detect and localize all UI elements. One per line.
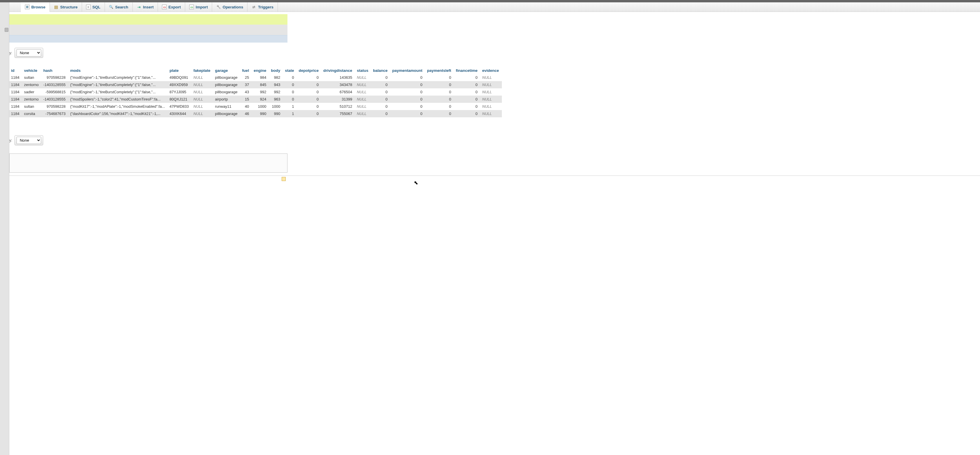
cell-depotprice[interactable]: 0 xyxy=(297,74,321,81)
cell-fakeplate[interactable]: NULL xyxy=(192,103,213,110)
cell-body[interactable]: 982 xyxy=(269,74,283,81)
left-scrollbar[interactable] xyxy=(0,2,9,181)
cell-engine[interactable]: 992 xyxy=(252,88,269,95)
col-plate[interactable]: plate xyxy=(168,67,191,74)
cell-balance[interactable]: 0 xyxy=(371,110,390,117)
cell-fakeplate[interactable]: NULL xyxy=(192,88,213,95)
table-row[interactable]: 1184sadler-599568815{"modEngine":-1,"tir… xyxy=(9,88,502,95)
cell-depotprice[interactable]: 0 xyxy=(297,110,321,117)
cell-state[interactable]: 1 xyxy=(283,103,297,110)
cell-engine[interactable]: 1000 xyxy=(252,103,269,110)
cell-hash[interactable]: -1403128555 xyxy=(42,81,69,88)
cell-drivingdistance[interactable]: 343478 xyxy=(321,81,355,88)
cell-paymentsleft[interactable]: 0 xyxy=(425,74,454,81)
cell-fuel[interactable]: 15 xyxy=(240,95,252,103)
col-body[interactable]: body xyxy=(269,67,283,74)
table-row[interactable]: 1184sultan970598228{"modKit17":-1,"modAP… xyxy=(9,103,502,110)
cell-mods[interactable]: {"modEngine":-1,"tireBurstCompletely":{"… xyxy=(68,81,168,88)
cell-state[interactable]: 0 xyxy=(283,81,297,88)
cell-financetime[interactable]: 0 xyxy=(454,88,480,95)
cell-depotprice[interactable]: 0 xyxy=(297,81,321,88)
cell-paymentsleft[interactable]: 0 xyxy=(425,81,454,88)
cell-hash[interactable]: -1403128555 xyxy=(42,95,69,103)
table-row[interactable]: 1184sultan970598228{"modEngine":-1,"tire… xyxy=(9,74,502,81)
cell-engine[interactable]: 845 xyxy=(252,81,269,88)
cell-body[interactable]: 943 xyxy=(269,81,283,88)
cell-drivingdistance[interactable]: 143635 xyxy=(321,74,355,81)
cell-state[interactable]: 0 xyxy=(283,74,297,81)
tab-sql[interactable]: SQL xyxy=(82,2,105,11)
cell-body[interactable]: 992 xyxy=(269,88,283,95)
cell-paymentsleft[interactable]: 0 xyxy=(425,88,454,95)
cell-drivingdistance[interactable]: 31399 xyxy=(321,95,355,103)
cell-fuel[interactable]: 43 xyxy=(240,88,252,95)
cell-fakeplate[interactable]: NULL xyxy=(192,81,213,88)
cell-garage[interactable]: pillboxgarage xyxy=(213,88,240,95)
cell-hash[interactable]: -599568815 xyxy=(42,88,69,95)
tab-structure[interactable]: Structure xyxy=(50,2,82,11)
tab-insert[interactable]: Insert xyxy=(133,2,158,11)
col-hash[interactable]: hash xyxy=(42,67,69,74)
cell-fuel[interactable]: 37 xyxy=(240,81,252,88)
cell-status[interactable]: NULL xyxy=(355,74,371,81)
cell-vehicle[interactable]: corsita xyxy=(22,110,42,117)
cell-depotprice[interactable]: 0 xyxy=(297,88,321,95)
cell-fuel[interactable]: 46 xyxy=(240,110,252,117)
cell-plate[interactable]: 43IXK644 xyxy=(168,110,191,117)
cell-state[interactable]: 0 xyxy=(283,95,297,103)
cell-id[interactable]: 1184 xyxy=(9,95,22,103)
sort-select[interactable]: None xyxy=(16,49,41,57)
col-depotprice[interactable]: depotprice xyxy=(297,67,321,74)
cell-fakeplate[interactable]: NULL xyxy=(192,74,213,81)
cell-status[interactable]: NULL xyxy=(355,88,371,95)
col-paymentamount[interactable]: paymentamount xyxy=(391,67,425,74)
cell-drivingdistance[interactable]: 676504 xyxy=(321,88,355,95)
cell-id[interactable]: 1184 xyxy=(9,103,22,110)
col-fuel[interactable]: fuel xyxy=(240,67,252,74)
cell-paymentamount[interactable]: 0 xyxy=(391,110,425,117)
cell-body[interactable]: 963 xyxy=(269,95,283,103)
cell-plate[interactable]: 49XXD959 xyxy=(168,81,191,88)
col-status[interactable]: status xyxy=(355,67,371,74)
cell-paymentsleft[interactable]: 0 xyxy=(425,103,454,110)
cell-evidence[interactable]: NULL xyxy=(480,95,502,103)
cell-body[interactable]: 990 xyxy=(269,110,283,117)
cell-status[interactable]: NULL xyxy=(355,81,371,88)
cell-financetime[interactable]: 0 xyxy=(454,95,480,103)
tab-browse[interactable]: Browse xyxy=(21,2,50,12)
table-row[interactable]: 1184corsita-754687673{"dashboardColor":1… xyxy=(9,110,502,117)
cell-vehicle[interactable]: sultan xyxy=(22,103,42,110)
query-textbox[interactable] xyxy=(9,154,288,173)
cell-balance[interactable]: 0 xyxy=(371,81,390,88)
cell-garage[interactable]: pillboxgarage xyxy=(213,110,240,117)
col-engine[interactable]: engine xyxy=(252,67,269,74)
col-fakeplate[interactable]: fakeplate xyxy=(192,67,213,74)
cell-state[interactable]: 0 xyxy=(283,88,297,95)
cell-plate[interactable]: 49BDQ091 xyxy=(168,74,191,81)
cell-mods[interactable]: {"modKit17":-1,"modAPlate":-1,"modSmokeE… xyxy=(68,103,168,110)
cell-financetime[interactable]: 0 xyxy=(454,81,480,88)
col-balance[interactable]: balance xyxy=(371,67,390,74)
cell-fuel[interactable]: 40 xyxy=(240,103,252,110)
col-mods[interactable]: mods xyxy=(68,67,168,74)
cell-paymentsleft[interactable]: 0 xyxy=(425,95,454,103)
tab-operations[interactable]: Operations xyxy=(212,2,247,11)
tab-triggers[interactable]: Triggers xyxy=(247,2,278,11)
cell-garage[interactable]: airportp xyxy=(213,95,240,103)
cell-garage[interactable]: runway11 xyxy=(213,103,240,110)
cell-garage[interactable]: pillboxgarage xyxy=(213,74,240,81)
col-drivingdistance[interactable]: drivingdistance xyxy=(321,67,355,74)
cell-evidence[interactable]: NULL xyxy=(480,88,502,95)
cell-id[interactable]: 1184 xyxy=(9,88,22,95)
cell-hash[interactable]: 970598228 xyxy=(42,103,69,110)
cell-paymentamount[interactable]: 0 xyxy=(391,95,425,103)
bookmark-icon[interactable] xyxy=(282,177,286,181)
cell-mods[interactable]: {"modSpoilers":-1,"color2":41,"modCustom… xyxy=(68,95,168,103)
cell-id[interactable]: 1184 xyxy=(9,110,22,117)
tab-export[interactable]: Export xyxy=(158,2,185,11)
table-row[interactable]: 1184zentorno-1403128555{"modEngine":-1,"… xyxy=(9,81,502,88)
cell-paymentamount[interactable]: 0 xyxy=(391,103,425,110)
cell-hash[interactable]: 970598228 xyxy=(42,74,69,81)
cell-plate[interactable]: 87YJJ095 xyxy=(168,88,191,95)
cell-paymentamount[interactable]: 0 xyxy=(391,74,425,81)
